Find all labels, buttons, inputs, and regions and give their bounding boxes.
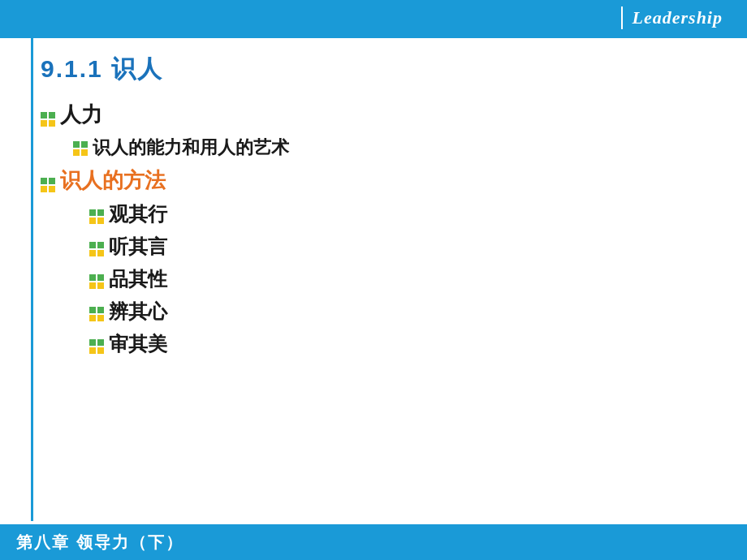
- footer-text: 第八章 领导力（下）: [16, 532, 184, 554]
- main-content: 9.1.1 识人 人力 识人的能力和用人的艺术: [0, 38, 747, 380]
- svg-rect-31: [97, 347, 104, 354]
- svg-rect-8: [41, 178, 47, 184]
- svg-rect-12: [89, 209, 96, 216]
- svg-rect-20: [89, 274, 96, 281]
- list-item-methods: 识人的方法: [41, 166, 723, 195]
- svg-rect-10: [41, 186, 47, 192]
- header-bar: Leadership: [0, 0, 747, 36]
- left-border-accent: [31, 38, 33, 521]
- bullet-icon-4: [89, 206, 104, 221]
- list-item-shenqimei: 审其美: [89, 331, 723, 357]
- svg-rect-22: [89, 282, 96, 289]
- bullet-icon-5: [89, 239, 104, 253]
- svg-rect-6: [73, 149, 80, 156]
- footer-bar: 第八章 领导力（下）: [0, 524, 747, 560]
- list-item-bianqixin-text: 辨其心: [109, 299, 167, 325]
- svg-rect-18: [89, 250, 96, 256]
- list-item-ability-text: 识人的能力和用人的艺术: [93, 136, 289, 160]
- svg-rect-5: [81, 141, 88, 148]
- svg-rect-26: [89, 315, 96, 321]
- list-item-guanxing-text: 观其行: [109, 201, 167, 227]
- list-item-tingqiyan: 听其言: [89, 234, 723, 260]
- svg-rect-29: [97, 339, 104, 346]
- bullet-icon-3: [41, 173, 55, 187]
- list-item-ability: 识人的能力和用人的艺术: [73, 136, 723, 160]
- svg-rect-16: [89, 242, 96, 248]
- svg-rect-21: [97, 274, 104, 281]
- bullet-icon-7: [89, 304, 104, 318]
- header-title: Leadership: [633, 7, 747, 28]
- svg-rect-30: [89, 347, 96, 354]
- svg-rect-27: [97, 315, 104, 321]
- list-item-pinqixing-text: 品其性: [109, 266, 167, 292]
- list-item-pinqixing: 品其性: [89, 266, 723, 292]
- svg-rect-2: [41, 120, 47, 127]
- list-item-renli-text: 人力: [60, 101, 102, 129]
- bullet-icon-1: [41, 107, 55, 122]
- svg-rect-4: [73, 141, 80, 148]
- list-item-tingqiyan-text: 听其言: [109, 234, 167, 260]
- svg-rect-13: [97, 209, 104, 216]
- svg-rect-3: [49, 120, 55, 127]
- page-title: 9.1.1 识人: [41, 53, 723, 86]
- svg-rect-23: [97, 282, 104, 289]
- svg-rect-25: [97, 307, 104, 313]
- svg-rect-7: [81, 149, 88, 156]
- bullet-icon-8: [89, 336, 104, 351]
- svg-rect-28: [89, 339, 96, 346]
- header-divider: [621, 6, 623, 29]
- list-item-shenqimei-text: 审其美: [109, 331, 167, 357]
- bullet-icon-6: [89, 271, 104, 286]
- svg-rect-11: [49, 186, 55, 192]
- svg-rect-14: [89, 218, 96, 224]
- svg-rect-9: [49, 178, 55, 184]
- svg-rect-1: [49, 112, 55, 118]
- list-item-guanxing: 观其行: [89, 201, 723, 227]
- svg-rect-17: [97, 242, 104, 248]
- list-item-methods-text: 识人的方法: [60, 166, 166, 195]
- list-item-renli: 人力: [41, 101, 723, 129]
- svg-rect-19: [97, 250, 104, 256]
- svg-rect-24: [89, 307, 96, 313]
- svg-rect-0: [41, 112, 47, 118]
- svg-rect-15: [97, 218, 104, 224]
- bullet-icon-2: [73, 140, 88, 154]
- list-item-bianqixin: 辨其心: [89, 299, 723, 325]
